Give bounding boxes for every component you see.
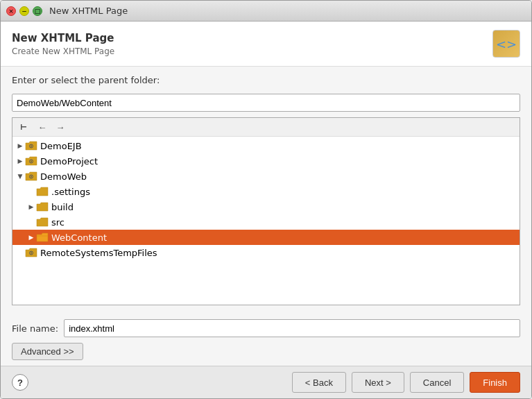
tree-label-demoweb: DemoWeb [40, 171, 87, 182]
tree-label-src: src [51, 217, 65, 228]
dialog-subtitle: Create New XHTML Page [12, 46, 114, 56]
tree-item-demoweb[interactable]: ▼ DemoWeb [12, 169, 520, 184]
footer-left: ? [12, 374, 28, 391]
tree-item-settings[interactable]: .settings [12, 184, 520, 199]
tree-back-button[interactable] [17, 120, 32, 134]
advanced-button[interactable]: Advanced >> [12, 343, 83, 360]
titlebar: × − □ New XHTML Page [1, 1, 531, 22]
back-button[interactable]: < Back [292, 372, 346, 393]
expand-icon-remotesystems [15, 248, 25, 257]
tree-label-settings: .settings [51, 187, 90, 197]
folder-icon-demoweb [25, 171, 37, 181]
folder-icon-demoproject [25, 156, 37, 166]
tree-item-demoejb[interactable]: ▶ DemoEJB [12, 138, 520, 153]
svg-rect-2 [21, 127, 22, 130]
finish-button[interactable]: Finish [470, 372, 520, 393]
tree-label-build: build [51, 202, 74, 212]
dialog-body: Enter or select the parent folder: [1, 67, 531, 314]
dialog-title: New XHTML Page [12, 32, 114, 44]
tree-item-src[interactable]: src [12, 214, 520, 230]
tree-label-remotesystems: RemoteSystemsTempFiles [40, 248, 157, 258]
tree-label-demoproject: DemoProject [40, 156, 98, 167]
advanced-section: Advanced >> [12, 343, 520, 360]
maximize-button[interactable]: □ [33, 6, 42, 16]
close-button[interactable]: × [6, 6, 16, 16]
expand-icon-build: ▶ [26, 202, 36, 212]
tree-item-webcontent[interactable]: ▶ WebContent [12, 230, 520, 245]
left-arrow-icon: ← [38, 123, 47, 132]
folder-icon-settings [36, 187, 49, 196]
right-arrow-icon: → [56, 123, 65, 132]
help-button[interactable]: ? [12, 374, 28, 391]
expand-icon-webcontent: ▶ [26, 232, 36, 242]
tree-body: ▶ DemoEJB ▶ [12, 137, 520, 305]
dialog-content: New XHTML Page Create New XHTML Page <> … [1, 22, 531, 398]
svg-rect-1 [21, 124, 22, 127]
tree-label-demoejb: DemoEJB [40, 141, 82, 151]
tree-label-webcontent: WebContent [51, 232, 107, 243]
folder-icon-build [36, 202, 49, 212]
svg-point-4 [31, 146, 32, 147]
dialog-header: New XHTML Page Create New XHTML Page <> [1, 22, 531, 67]
tree-toolbar: ← → [12, 118, 520, 137]
minimize-button[interactable]: − [19, 6, 29, 16]
folder-path-input[interactable] [12, 94, 520, 112]
xhtml-icon: <> [496, 37, 517, 51]
tree-item-build[interactable]: ▶ build [12, 199, 520, 214]
svg-point-8 [31, 176, 32, 178]
folder-icon-remotesystems [25, 248, 37, 257]
expand-icon-settings [26, 187, 36, 196]
folder-icon-src [36, 217, 49, 227]
folder-tree-panel: ← → ▶ [12, 117, 520, 305]
tree-item-remotesystems[interactable]: RemoteSystemsTempFiles [12, 245, 520, 260]
window-title: New XHTML Page [49, 6, 128, 16]
folder-icon-demoejb [25, 141, 37, 151]
cancel-button[interactable]: Cancel [410, 372, 464, 393]
expand-icon-demoejb: ▶ [15, 141, 25, 151]
dialog-footer: ? < Back Next > Cancel Finish [1, 366, 531, 398]
expand-icon-demoweb: ▼ [15, 171, 25, 181]
expand-icon-demoproject: ▶ [15, 156, 25, 166]
filename-row: File name: [12, 319, 520, 337]
tree-forward-button[interactable]: → [53, 120, 68, 134]
back-icon [20, 123, 28, 131]
svg-point-6 [31, 161, 32, 162]
next-button[interactable]: Next > [352, 372, 404, 393]
tree-item-demoproject[interactable]: ▶ DemoProject [12, 153, 520, 169]
filename-label: File name: [12, 323, 58, 334]
dialog-icon: <> [492, 30, 520, 58]
dialog-window: × − □ New XHTML Page New XHTML Page Crea… [0, 0, 532, 399]
footer-buttons: < Back Next > Cancel Finish [292, 372, 520, 393]
folder-icon-webcontent [36, 232, 49, 242]
dialog-bottom: File name: Advanced >> [1, 314, 531, 366]
header-text: New XHTML Page Create New XHTML Page [12, 32, 114, 56]
filename-input[interactable] [64, 319, 520, 337]
svg-point-10 [31, 253, 32, 254]
window-controls: × − □ [6, 6, 42, 16]
expand-icon-src [26, 217, 36, 227]
folder-label: Enter or select the parent folder: [12, 75, 520, 85]
tree-back-arrow-button[interactable]: ← [35, 120, 50, 134]
